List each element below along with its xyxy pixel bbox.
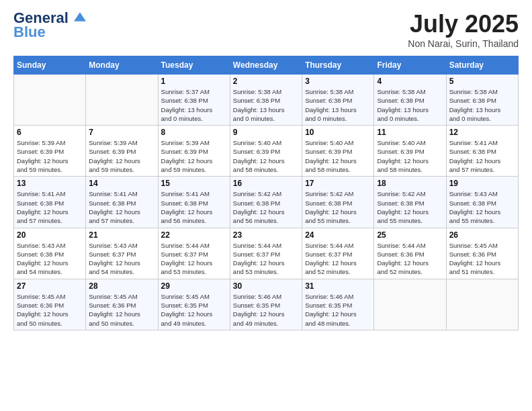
day-number: 8 — [161, 128, 227, 137]
day-info: Sunrise: 5:43 AM Sunset: 6:38 PM Dayligh… — [449, 189, 515, 225]
calendar: SundayMondayTuesdayWednesdayThursdayFrid… — [13, 56, 519, 330]
day-info: Sunrise: 5:45 AM Sunset: 6:35 PM Dayligh… — [161, 292, 227, 328]
logo: General Blue — [13, 10, 86, 41]
calendar-cell: 25Sunrise: 5:44 AM Sunset: 6:36 PM Dayli… — [374, 228, 446, 279]
calendar-header-thursday: Thursday — [302, 56, 374, 75]
calendar-cell: 12Sunrise: 5:41 AM Sunset: 6:38 PM Dayli… — [446, 126, 518, 177]
calendar-cell — [446, 279, 518, 330]
day-info: Sunrise: 5:44 AM Sunset: 6:37 PM Dayligh… — [233, 241, 299, 277]
calendar-cell: 24Sunrise: 5:44 AM Sunset: 6:37 PM Dayli… — [302, 228, 374, 279]
day-number: 30 — [233, 281, 299, 291]
calendar-cell: 1Sunrise: 5:37 AM Sunset: 6:38 PM Daylig… — [158, 75, 230, 126]
calendar-cell: 6Sunrise: 5:39 AM Sunset: 6:39 PM Daylig… — [14, 126, 86, 177]
day-info: Sunrise: 5:38 AM Sunset: 6:38 PM Dayligh… — [305, 87, 371, 123]
title-block: July 2025 Non Narai, Surin, Thailand — [408, 10, 519, 49]
calendar-cell: 13Sunrise: 5:41 AM Sunset: 6:38 PM Dayli… — [14, 177, 86, 228]
calendar-header-friday: Friday — [374, 56, 446, 75]
day-number: 17 — [305, 179, 371, 188]
calendar-header-monday: Monday — [86, 56, 158, 75]
day-number: 2 — [233, 77, 299, 86]
day-info: Sunrise: 5:38 AM Sunset: 6:38 PM Dayligh… — [449, 87, 515, 123]
calendar-cell — [86, 75, 158, 126]
day-info: Sunrise: 5:41 AM Sunset: 6:38 PM Dayligh… — [449, 138, 515, 174]
calendar-cell — [14, 75, 86, 126]
day-info: Sunrise: 5:43 AM Sunset: 6:37 PM Dayligh… — [89, 241, 154, 277]
calendar-cell: 20Sunrise: 5:43 AM Sunset: 6:38 PM Dayli… — [14, 228, 86, 279]
day-info: Sunrise: 5:42 AM Sunset: 6:38 PM Dayligh… — [305, 189, 371, 225]
calendar-week-3: 13Sunrise: 5:41 AM Sunset: 6:38 PM Dayli… — [14, 177, 519, 228]
day-number: 20 — [17, 230, 83, 240]
day-number: 26 — [449, 230, 515, 240]
day-info: Sunrise: 5:39 AM Sunset: 6:39 PM Dayligh… — [17, 138, 83, 174]
calendar-cell: 19Sunrise: 5:43 AM Sunset: 6:38 PM Dayli… — [446, 177, 518, 228]
day-number: 16 — [233, 179, 299, 188]
day-number: 4 — [377, 77, 443, 86]
day-number: 23 — [233, 230, 299, 240]
calendar-cell: 31Sunrise: 5:46 AM Sunset: 6:35 PM Dayli… — [302, 279, 374, 330]
day-info: Sunrise: 5:46 AM Sunset: 6:35 PM Dayligh… — [305, 292, 371, 328]
calendar-header-saturday: Saturday — [446, 56, 518, 75]
calendar-cell: 7Sunrise: 5:39 AM Sunset: 6:39 PM Daylig… — [86, 126, 158, 177]
calendar-cell: 18Sunrise: 5:42 AM Sunset: 6:38 PM Dayli… — [374, 177, 446, 228]
day-info: Sunrise: 5:41 AM Sunset: 6:38 PM Dayligh… — [17, 189, 83, 225]
day-number: 14 — [89, 179, 154, 188]
calendar-cell — [374, 279, 446, 330]
calendar-cell: 3Sunrise: 5:38 AM Sunset: 6:38 PM Daylig… — [302, 75, 374, 126]
day-info: Sunrise: 5:41 AM Sunset: 6:38 PM Dayligh… — [161, 189, 227, 225]
calendar-cell: 26Sunrise: 5:45 AM Sunset: 6:36 PM Dayli… — [446, 228, 518, 279]
calendar-cell: 8Sunrise: 5:39 AM Sunset: 6:39 PM Daylig… — [158, 126, 230, 177]
day-info: Sunrise: 5:38 AM Sunset: 6:38 PM Dayligh… — [377, 87, 443, 123]
day-number: 24 — [305, 230, 371, 240]
day-number: 6 — [17, 128, 83, 137]
calendar-week-5: 27Sunrise: 5:45 AM Sunset: 6:36 PM Dayli… — [14, 279, 519, 330]
day-number: 9 — [233, 128, 299, 137]
month-year: July 2025 — [408, 10, 519, 38]
location: Non Narai, Surin, Thailand — [408, 38, 519, 49]
calendar-cell: 28Sunrise: 5:45 AM Sunset: 6:36 PM Dayli… — [86, 279, 158, 330]
day-info: Sunrise: 5:46 AM Sunset: 6:35 PM Dayligh… — [233, 292, 299, 328]
calendar-week-2: 6Sunrise: 5:39 AM Sunset: 6:39 PM Daylig… — [14, 126, 519, 177]
calendar-cell: 14Sunrise: 5:41 AM Sunset: 6:38 PM Dayli… — [86, 177, 158, 228]
day-number: 31 — [305, 281, 371, 291]
day-number: 27 — [17, 281, 83, 291]
calendar-cell: 4Sunrise: 5:38 AM Sunset: 6:38 PM Daylig… — [374, 75, 446, 126]
calendar-header-tuesday: Tuesday — [158, 56, 230, 75]
calendar-cell: 15Sunrise: 5:41 AM Sunset: 6:38 PM Dayli… — [158, 177, 230, 228]
day-number: 28 — [89, 281, 154, 291]
calendar-cell: 9Sunrise: 5:40 AM Sunset: 6:39 PM Daylig… — [230, 126, 302, 177]
calendar-cell: 22Sunrise: 5:44 AM Sunset: 6:37 PM Dayli… — [158, 228, 230, 279]
day-number: 19 — [449, 179, 515, 188]
calendar-cell: 30Sunrise: 5:46 AM Sunset: 6:35 PM Dayli… — [230, 279, 302, 330]
day-info: Sunrise: 5:37 AM Sunset: 6:38 PM Dayligh… — [161, 87, 227, 123]
calendar-cell: 2Sunrise: 5:38 AM Sunset: 6:38 PM Daylig… — [230, 75, 302, 126]
day-number: 18 — [377, 179, 443, 188]
day-number: 3 — [305, 77, 371, 86]
day-number: 5 — [449, 77, 515, 86]
calendar-cell: 21Sunrise: 5:43 AM Sunset: 6:37 PM Dayli… — [86, 228, 158, 279]
page: General Blue July 2025 Non Narai, Surin,… — [0, 0, 532, 411]
day-info: Sunrise: 5:42 AM Sunset: 6:38 PM Dayligh… — [233, 189, 299, 225]
day-info: Sunrise: 5:42 AM Sunset: 6:38 PM Dayligh… — [377, 189, 443, 225]
day-info: Sunrise: 5:40 AM Sunset: 6:39 PM Dayligh… — [377, 138, 443, 174]
day-info: Sunrise: 5:39 AM Sunset: 6:39 PM Dayligh… — [161, 138, 227, 174]
calendar-cell: 27Sunrise: 5:45 AM Sunset: 6:36 PM Dayli… — [14, 279, 86, 330]
day-info: Sunrise: 5:41 AM Sunset: 6:38 PM Dayligh… — [89, 189, 154, 225]
logo-icon — [74, 11, 86, 23]
day-number: 29 — [161, 281, 227, 291]
day-info: Sunrise: 5:44 AM Sunset: 6:36 PM Dayligh… — [377, 241, 443, 277]
day-info: Sunrise: 5:38 AM Sunset: 6:38 PM Dayligh… — [233, 87, 299, 123]
day-info: Sunrise: 5:45 AM Sunset: 6:36 PM Dayligh… — [89, 292, 154, 328]
calendar-header-sunday: Sunday — [14, 56, 86, 75]
day-number: 1 — [161, 77, 227, 86]
calendar-header-wednesday: Wednesday — [230, 56, 302, 75]
day-info: Sunrise: 5:44 AM Sunset: 6:37 PM Dayligh… — [305, 241, 371, 277]
day-number: 13 — [17, 179, 83, 188]
day-info: Sunrise: 5:40 AM Sunset: 6:39 PM Dayligh… — [233, 138, 299, 174]
day-number: 10 — [305, 128, 371, 137]
calendar-cell: 17Sunrise: 5:42 AM Sunset: 6:38 PM Dayli… — [302, 177, 374, 228]
day-number: 11 — [377, 128, 443, 137]
day-number: 15 — [161, 179, 227, 188]
day-number: 7 — [89, 128, 154, 137]
calendar-cell: 23Sunrise: 5:44 AM Sunset: 6:37 PM Dayli… — [230, 228, 302, 279]
calendar-week-4: 20Sunrise: 5:43 AM Sunset: 6:38 PM Dayli… — [14, 228, 519, 279]
